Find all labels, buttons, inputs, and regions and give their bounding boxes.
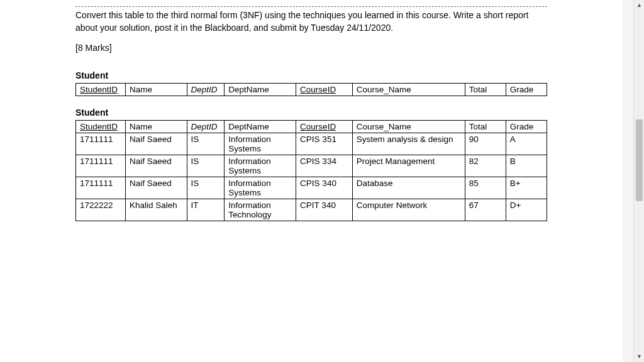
table-cell: CPIS 351 <box>296 133 353 155</box>
table-cell: Naif Saeed <box>125 155 187 177</box>
table1-title: Student <box>75 70 547 80</box>
table-cell: 1711111 <box>76 133 126 155</box>
table-cell: Naif Saeed <box>125 133 187 155</box>
table-cell: IS <box>187 155 225 177</box>
document-page: Convert this table to the third normal f… <box>0 0 623 362</box>
table-row: 1722222Khalid SalehITInformation Technol… <box>76 199 547 221</box>
table-cell: 67 <box>465 199 506 221</box>
header-deptid: DeptID <box>187 84 225 96</box>
header-name: Name <box>125 84 187 96</box>
table-row: 1711111Naif SaeedISInformation SystemsCP… <box>76 177 547 199</box>
table-cell: A <box>506 133 547 155</box>
table-cell: IT <box>187 199 225 221</box>
table-cell: Naif Saeed <box>125 177 187 199</box>
vertical-scrollbar[interactable]: ▲ ▼ <box>633 0 644 362</box>
table-cell: Information Technology <box>225 199 296 221</box>
table-cell: System analysis & design <box>352 133 465 155</box>
header-name: Name <box>125 121 187 133</box>
header-deptname: DeptName <box>225 84 296 96</box>
table-cell: B <box>506 155 547 177</box>
data-table: StudentID Name DeptID DeptName CourseID … <box>75 120 547 221</box>
table-cell: 90 <box>465 133 506 155</box>
table-cell: CPIS 334 <box>296 155 353 177</box>
header-grade: Grade <box>506 84 547 96</box>
table-cell: Computer Network <box>352 199 465 221</box>
document-content: Convert this table to the third normal f… <box>0 0 623 238</box>
instruction-text: Convert this table to the third normal f… <box>75 9 547 34</box>
table-header-row: StudentID Name DeptID DeptName CourseID … <box>76 121 547 133</box>
table-cell: Information Systems <box>225 177 296 199</box>
table-cell: CPIS 340 <box>296 177 353 199</box>
table-cell: Project Management <box>352 155 465 177</box>
table-cell: CPIT 340 <box>296 199 353 221</box>
table-cell: IS <box>187 133 225 155</box>
table-cell: B+ <box>506 177 547 199</box>
header-coursename: Course_Name <box>352 121 465 133</box>
table-cell: Information Systems <box>225 155 296 177</box>
table-header-row: StudentID Name DeptID DeptName CourseID … <box>76 84 547 96</box>
table-cell: 82 <box>465 155 506 177</box>
scroll-down-arrow-icon[interactable]: ▼ <box>634 351 644 362</box>
header-studentid: StudentID <box>76 121 126 133</box>
scroll-thumb[interactable] <box>636 119 643 201</box>
header-coursename: Course_Name <box>352 84 465 96</box>
table2-title: Student <box>75 107 547 118</box>
table-cell: Information Systems <box>225 133 296 155</box>
table-cell: Database <box>352 177 465 199</box>
table-row: 1711111Naif SaeedISInformation SystemsCP… <box>76 133 547 155</box>
table-cell: D+ <box>506 199 547 221</box>
header-grade: Grade <box>506 121 547 133</box>
schema-table: StudentID Name DeptID DeptName CourseID … <box>75 83 547 96</box>
table-cell: 1722222 <box>76 199 126 221</box>
table-cell: Khalid Saleh <box>125 199 187 221</box>
header-deptid: DeptID <box>187 121 225 133</box>
table-cell: IS <box>187 177 225 199</box>
header-total: Total <box>465 84 506 96</box>
section-divider <box>75 6 547 7</box>
marks-text: [8 Marks] <box>75 43 547 53</box>
header-studentid: StudentID <box>76 84 126 96</box>
header-deptname: DeptName <box>225 121 296 133</box>
header-courseid: CourseID <box>296 121 353 133</box>
table-cell: 1711111 <box>76 177 126 199</box>
header-total: Total <box>465 121 506 133</box>
table-cell: 1711111 <box>76 155 126 177</box>
table-cell: 85 <box>465 177 506 199</box>
table-row: 1711111Naif SaeedISInformation SystemsCP… <box>76 155 547 177</box>
header-courseid: CourseID <box>296 84 353 96</box>
scroll-up-arrow-icon[interactable]: ▲ <box>634 0 644 11</box>
